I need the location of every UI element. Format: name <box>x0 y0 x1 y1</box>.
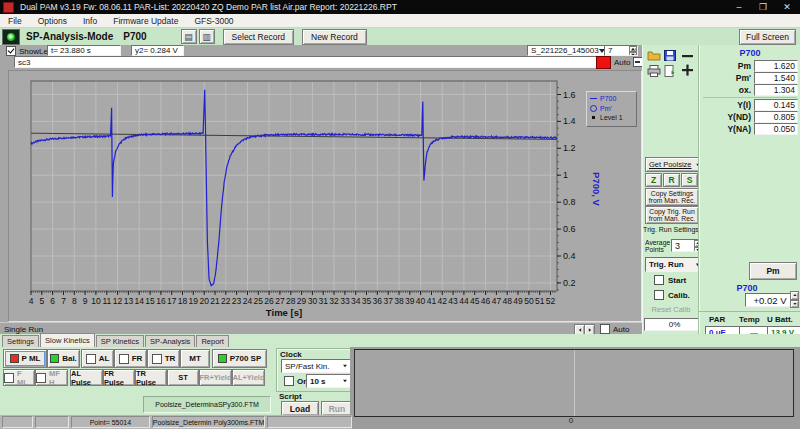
fr-pulse-button[interactable]: FR Pulse <box>103 369 135 386</box>
offset-spinner[interactable] <box>790 291 799 308</box>
svg-text:38: 38 <box>394 296 404 306</box>
tab-slow-kinetics[interactable]: Slow Kinetics <box>40 333 95 347</box>
run-mode-label: Single Run <box>0 325 43 334</box>
calib-checkbox[interactable]: Calib. <box>651 290 693 300</box>
fr-checkbox-box[interactable] <box>119 354 129 364</box>
tab-sp-kinetics[interactable]: SP Kinetics <box>96 335 144 347</box>
close-button[interactable]: ✕ <box>780 0 794 13</box>
calib-checkbox-box[interactable] <box>654 290 664 300</box>
auto-run-checkbox-box[interactable] <box>600 324 610 334</box>
clock-interval-select[interactable]: 10 s <box>306 374 352 388</box>
start-checkbox[interactable]: Start <box>651 275 689 285</box>
record-color-swatch[interactable] <box>596 56 611 69</box>
menu-file[interactable]: File <box>0 16 30 26</box>
layout-rows-icon[interactable]: ▤ <box>181 29 197 44</box>
al-pulse-button[interactable]: AL Pulse <box>70 369 103 386</box>
svg-text:11: 11 <box>102 296 111 306</box>
copy-trig-run-button[interactable]: Copy Trig. Runfrom Man. Rec. <box>645 206 699 224</box>
green-indicator-icon <box>50 354 59 363</box>
svg-text:49: 49 <box>513 296 523 306</box>
svg-text:1.4: 1.4 <box>563 116 576 126</box>
copy-settings-button[interactable]: Copy Settingsfrom Man. Rec. <box>645 188 699 206</box>
save-icon[interactable] <box>664 50 676 63</box>
export-icon[interactable] <box>664 65 677 79</box>
p-ml-button[interactable]: P ML <box>3 349 47 368</box>
auto-run-checkbox[interactable]: Auto <box>597 324 632 334</box>
zoom-reset-s-button[interactable]: S <box>681 173 698 187</box>
yi-value: 0.145 <box>754 99 798 111</box>
tab-settings[interactable]: Settings <box>2 335 39 347</box>
main-toolbar: SP-Analysis-Mode P700 ▤ ▥ Select Record … <box>0 28 800 46</box>
svg-text:26: 26 <box>264 296 274 306</box>
start-checkbox-box[interactable] <box>654 275 664 285</box>
yna-value: 0.050 <box>754 123 798 135</box>
select-record-button[interactable]: Select Record <box>223 29 294 45</box>
mf-h-checkbox-box <box>36 373 46 383</box>
clock-on-checkbox-box[interactable] <box>284 376 294 386</box>
bal-button[interactable]: Bal. <box>47 349 80 368</box>
clock-mode-select[interactable]: SP/Fast Kin. <box>281 359 352 373</box>
record-select[interactable]: S_221226_145003 <box>527 45 609 56</box>
average-points-value: 3 <box>675 241 680 251</box>
zoom-reset-z-button[interactable]: Z <box>645 173 662 187</box>
trig-run-select[interactable]: Trig. Run <box>645 257 705 272</box>
al-button[interactable]: AL <box>81 349 114 368</box>
open-folder-icon[interactable] <box>647 50 661 63</box>
menu-info[interactable]: Info <box>75 16 105 26</box>
reset-calib-button[interactable]: Reset Calib <box>643 305 699 314</box>
zoom-reset-r-button[interactable]: R <box>663 173 680 187</box>
green-indicator-icon <box>218 354 227 363</box>
kinetics-chart-panel: 4567891011121314151617181920212223242526… <box>8 70 642 322</box>
script-load-button[interactable]: Load <box>281 401 319 416</box>
print-icon[interactable] <box>647 65 661 79</box>
maximize-button[interactable]: ❐ <box>756 0 770 13</box>
mode-button[interactable] <box>2 29 20 45</box>
side-tool-column: Get Poolsize Z R S Copy Settingsfrom Man… <box>642 45 699 340</box>
status-cell-empty2 <box>35 416 69 428</box>
status-point-count: Point= 55014 <box>71 416 150 428</box>
tr-button[interactable]: TR <box>147 349 180 368</box>
record-spinner-arrows[interactable] <box>629 46 637 56</box>
minimize-button[interactable]: – <box>732 0 746 13</box>
menu-gfs-3000[interactable]: GFS-3000 <box>186 16 241 26</box>
trig-run-settings-link[interactable]: Trig. Run Settings <box>643 226 699 233</box>
svg-text:13: 13 <box>124 296 134 306</box>
al-checkbox-box[interactable] <box>86 354 96 364</box>
f-ml-button[interactable]: F ML <box>3 369 35 386</box>
mf-h-button[interactable]: MF H <box>35 369 68 386</box>
layout-columns-icon[interactable]: ▥ <box>199 29 215 44</box>
tr-pulse-button[interactable]: TR Pulse <box>135 369 167 386</box>
full-screen-button[interactable]: Full Screen <box>739 29 796 45</box>
mini-chart-zero-label: 0 <box>566 416 576 425</box>
pm-button[interactable]: Pm <box>749 262 797 280</box>
svg-text:1.6: 1.6 <box>563 90 576 100</box>
yna-label: Y(NA) <box>699 124 754 134</box>
new-record-button[interactable]: New Record <box>302 29 367 45</box>
mini-chart-plot[interactable] <box>354 349 794 417</box>
svg-text:16: 16 <box>156 296 166 306</box>
fr-yield-button[interactable]: FR+Yield <box>199 369 232 386</box>
menu-options[interactable]: Options <box>30 16 75 26</box>
menu-firmware-update[interactable]: Firmware Update <box>105 16 186 26</box>
tr-checkbox-box[interactable] <box>152 354 162 364</box>
p700-kinetics-chart[interactable]: 4567891011121314151617181920212223242526… <box>9 71 639 319</box>
script-run-button[interactable]: Run <box>321 401 353 416</box>
tab-report[interactable]: Report <box>196 335 229 347</box>
svg-text:43: 43 <box>448 296 458 306</box>
p700-sp-button[interactable]: P700 SP <box>212 349 267 368</box>
st-button[interactable]: ST <box>167 369 199 386</box>
fr-button[interactable]: FR <box>114 349 147 368</box>
zoom-in-icon[interactable] <box>681 64 694 78</box>
comment-input[interactable]: sc3 <box>14 56 602 68</box>
zoom-out-icon[interactable] <box>681 51 694 62</box>
record-number-spinner[interactable]: 7 <box>604 45 638 56</box>
svg-text:28: 28 <box>286 296 296 306</box>
pm-prime-label: Pm' <box>699 73 754 83</box>
legend-dot-icon <box>592 116 595 119</box>
tab-sp-analysis[interactable]: SP-Analysis <box>145 335 195 347</box>
get-poolsize-button[interactable]: Get Poolsize <box>645 157 705 172</box>
al-yield-button[interactable]: AL+Yield <box>232 369 265 386</box>
mt-button[interactable]: MT <box>180 349 210 368</box>
svg-text:32: 32 <box>329 296 339 306</box>
show-level-checkbox-box[interactable] <box>6 46 16 56</box>
